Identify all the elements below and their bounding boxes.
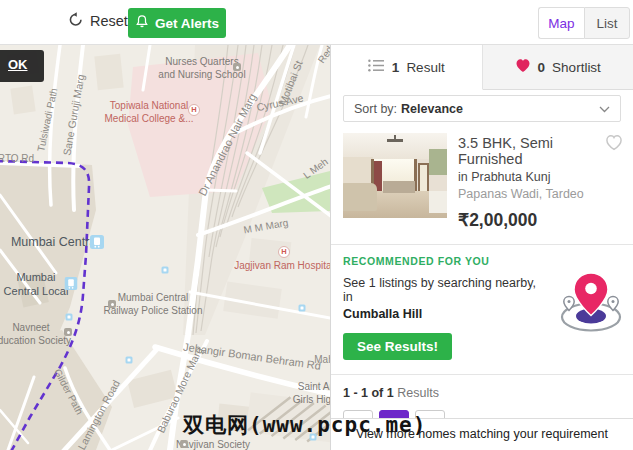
poi-icon <box>108 300 116 308</box>
toast-ok-button[interactable]: OK <box>8 57 28 72</box>
heart-icon <box>515 58 531 76</box>
chevron-down-icon <box>599 102 610 116</box>
view-more-label: View more homes matching your requiremen… <box>356 427 608 441</box>
listing-locality: Papanas Wadi, Tardeo <box>458 187 621 201</box>
get-alerts-label: Get Alerts <box>155 16 219 31</box>
list-view-button[interactable]: List <box>584 7 630 39</box>
see-results-button[interactable]: See Results! <box>343 333 452 360</box>
listing-card[interactable]: 3.5 BHK, Semi Furnished in Prabhuta Kunj… <box>331 122 633 245</box>
poi-icon <box>180 440 188 448</box>
sort-prefix: Sort by: <box>354 102 397 116</box>
map-pin-illustration <box>555 267 627 339</box>
bell-icon <box>135 14 149 32</box>
shortlist-heart-icon[interactable] <box>605 134 623 155</box>
hospital-icon[interactable]: H <box>278 246 290 258</box>
recommended-section: RECOMMENDED FOR YOU See 1 listings by se… <box>331 245 633 375</box>
map-list-toggle: Map List <box>538 7 630 39</box>
bus-stop-icon <box>162 267 169 274</box>
results-tabbar: 1 Result 0 Shortlist <box>331 45 633 90</box>
hospital-icon[interactable]: H <box>188 104 200 116</box>
results-range: 1 - 1 of 1 <box>343 386 394 400</box>
bus-stop-icon <box>126 357 133 364</box>
results-suffix: Results <box>397 386 439 400</box>
recommended-heading: RECOMMENDED FOR YOU <box>343 255 621 267</box>
reset-label: Reset <box>90 13 128 29</box>
recommended-text: See 1 listings by searching nearby, in <box>343 276 543 304</box>
results-tab-label: Result <box>406 60 444 75</box>
listing-info: 3.5 BHK, Semi Furnished in Prabhuta Kunj… <box>447 133 621 231</box>
map-canvas[interactable]: Nurses Quarters and Nursing School Topiw… <box>0 45 330 450</box>
listing-photo[interactable] <box>343 133 447 218</box>
results-panel: 1 Result 0 Shortlist Sort by: Relevance … <box>330 45 633 450</box>
results-summary: 1 - 1 of 1 Results <box>331 375 633 400</box>
local-train-station-icon[interactable] <box>65 276 78 294</box>
listing-subtitle: in Prabhuta Kunj <box>458 170 621 184</box>
tab-results[interactable]: 1 Result <box>331 45 483 90</box>
map-toast: OK <box>0 50 44 82</box>
results-count: 1 <box>392 60 400 75</box>
undo-icon <box>68 12 83 30</box>
poi-icon <box>233 63 241 71</box>
map-view-button[interactable]: Map <box>538 7 584 39</box>
bus-stop-icon <box>299 305 306 312</box>
poi-icon <box>64 328 72 336</box>
shortlist-count: 0 <box>538 60 546 75</box>
bus-stop-icon <box>310 434 317 441</box>
get-alerts-button[interactable]: Get Alerts <box>128 8 226 38</box>
listing-price: ₹2,00,000 <box>458 210 621 231</box>
list-icon <box>368 59 385 75</box>
train-station-icon[interactable] <box>90 235 104 253</box>
sort-value: Relevance <box>401 102 463 116</box>
listing-title: 3.5 BHK, Semi Furnished <box>458 135 621 167</box>
bus-stop-icon <box>66 314 73 321</box>
tab-shortlist[interactable]: 0 Shortlist <box>483 45 633 89</box>
view-more-link[interactable]: View more homes matching your requiremen… <box>331 418 633 450</box>
sort-dropdown[interactable]: Sort by: Relevance <box>343 95 621 122</box>
top-toolbar: Reset Get Alerts Map List <box>0 0 633 45</box>
shortlist-tab-label: Shortlist <box>552 60 601 75</box>
reset-button[interactable]: Reset <box>68 12 128 30</box>
